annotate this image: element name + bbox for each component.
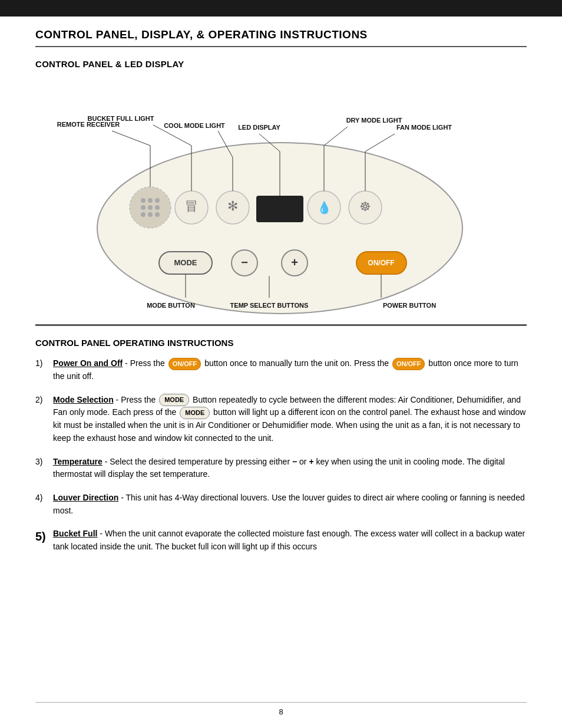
instruction-number-2: 2) xyxy=(35,394,53,406)
mode-button-inline2: MODE xyxy=(180,407,210,419)
instruction-number-5: 5) xyxy=(35,528,53,545)
svg-point-6 xyxy=(148,205,153,210)
section2-title: CONTROL PANEL OPERATING INSTRUCTIONS xyxy=(35,338,527,348)
onoff-button-inline2: ON/OFF xyxy=(392,358,425,370)
diagram-svg: 冒 ✻ 💧 ☸ MODE − + xyxy=(35,81,524,317)
instruction-label-3: Temperature xyxy=(53,457,103,466)
svg-point-2 xyxy=(141,198,146,203)
instruction-item-3: 3) Temperature - Select the desired temp… xyxy=(35,456,527,481)
svg-point-7 xyxy=(155,205,160,210)
instruction-text-4: Louver Direction - This unit has 4-Way d… xyxy=(53,492,527,517)
svg-text:LED DISPLAY: LED DISPLAY xyxy=(238,124,280,131)
mode-button-inline: MODE xyxy=(159,394,189,406)
svg-text:DRY MODE LIGHT: DRY MODE LIGHT xyxy=(346,117,402,124)
svg-text:+: + xyxy=(291,256,298,269)
svg-line-44 xyxy=(365,134,395,151)
footer: 8 xyxy=(35,702,527,716)
svg-text:MODE BUTTON: MODE BUTTON xyxy=(147,302,195,309)
instruction-text-2: Mode Selection - Press the MODE Button r… xyxy=(53,394,527,445)
svg-text:✻: ✻ xyxy=(227,199,238,213)
svg-text:TEMP SELECT BUTTONS: TEMP SELECT BUTTONS xyxy=(230,302,309,309)
svg-text:REMOTE RECEIVER: REMOTE RECEIVER xyxy=(57,121,120,128)
svg-point-8 xyxy=(141,212,146,217)
instruction-label-4: Louver Direction xyxy=(53,493,118,502)
instruction-text-5: Bucket Full - When the unit cannot evapo… xyxy=(53,528,527,553)
instruction-number-4: 4) xyxy=(35,492,53,504)
control-panel-diagram: 冒 ✻ 💧 ☸ MODE − + xyxy=(35,81,527,318)
page: CONTROL PANEL, DISPLAY, & OPERATING INST… xyxy=(0,0,562,728)
svg-text:FAN MODE LIGHT: FAN MODE LIGHT xyxy=(396,124,452,131)
svg-text:MODE: MODE xyxy=(174,258,197,267)
instruction-item-2: 2) Mode Selection - Press the MODE Butto… xyxy=(35,394,527,445)
svg-text:☸: ☸ xyxy=(359,199,371,214)
svg-text:COOL MODE LIGHT: COOL MODE LIGHT xyxy=(164,122,225,129)
section-divider xyxy=(35,324,527,326)
svg-text:ON/OFF: ON/OFF xyxy=(368,259,394,267)
svg-text:冒: 冒 xyxy=(185,199,198,213)
instruction-label-1: Power On and Off xyxy=(53,358,123,368)
svg-text:💧: 💧 xyxy=(317,200,332,215)
instruction-item-1: 1) Power On and Off - Press the ON/OFF b… xyxy=(35,357,527,383)
svg-point-10 xyxy=(155,212,160,217)
svg-text:POWER BUTTON: POWER BUTTON xyxy=(383,302,436,309)
instruction-text-1: Power On and Off - Press the ON/OFF butt… xyxy=(53,357,527,383)
svg-point-9 xyxy=(148,212,153,217)
onoff-button-inline: ON/OFF xyxy=(168,358,201,370)
instruction-label-5: Bucket Full xyxy=(53,529,97,538)
instruction-item-4: 4) Louver Direction - This unit has 4-Wa… xyxy=(35,492,527,517)
content-area: CONTROL PANEL, DISPLAY, & OPERATING INST… xyxy=(0,17,562,690)
instruction-label-2: Mode Selection xyxy=(53,395,114,404)
top-bar xyxy=(0,0,562,17)
svg-point-3 xyxy=(148,198,153,203)
section1-title: CONTROL PANEL & LED DISPLAY xyxy=(35,59,527,69)
instruction-item-5: 5) Bucket Full - When the unit cannot ev… xyxy=(35,528,527,553)
instruction-text-3: Temperature - Select the desired tempera… xyxy=(53,456,527,481)
svg-point-4 xyxy=(155,198,160,203)
svg-line-41 xyxy=(324,127,348,146)
instruction-number-3: 3) xyxy=(35,456,53,468)
svg-point-5 xyxy=(141,205,146,210)
svg-rect-15 xyxy=(256,196,303,222)
main-title: CONTROL PANEL, DISPLAY, & OPERATING INST… xyxy=(35,28,527,47)
instruction-number-1: 1) xyxy=(35,357,53,370)
page-number: 8 xyxy=(279,707,283,716)
svg-text:−: − xyxy=(241,256,248,269)
svg-line-35 xyxy=(112,131,150,146)
